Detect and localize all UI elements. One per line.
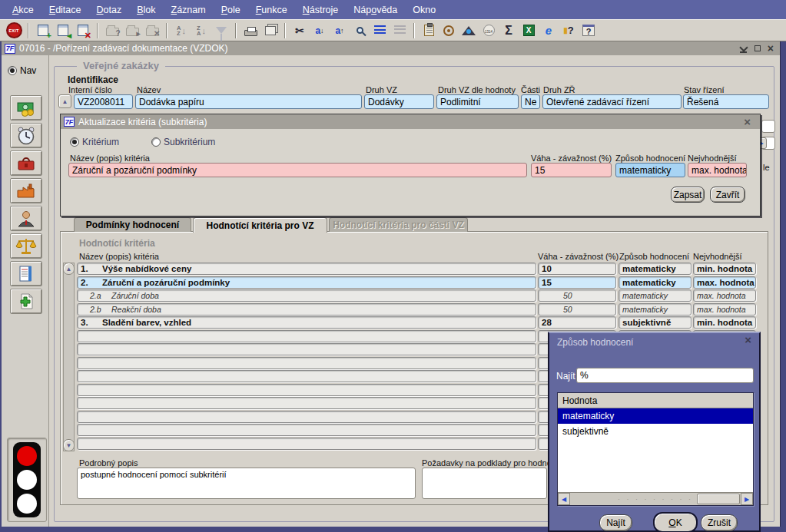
stav-rizeni-field[interactable]: Řešená [683, 94, 769, 109]
execute-query-icon[interactable]: ▸ [122, 21, 142, 40]
list-of-values-icon[interactable] [370, 21, 390, 40]
prism-view-icon[interactable] [459, 21, 479, 40]
clipboard-report-icon[interactable] [419, 21, 439, 40]
menu-okno[interactable]: Okno [405, 2, 443, 18]
find-icon[interactable] [350, 21, 370, 40]
scrollbar-thumb[interactable] [697, 494, 740, 504]
lov-item-subjektivne[interactable]: subjektivně [558, 424, 753, 439]
empty-cell[interactable] [77, 438, 536, 450]
lov-najit-button[interactable]: Najít [599, 514, 632, 531]
row-weight[interactable]: 28 [538, 316, 616, 329]
sidebar-evaluation-button[interactable] [10, 233, 42, 259]
lov-close-icon[interactable]: × [745, 335, 751, 345]
criteria-row[interactable]: 1.Výše nabídkové ceny 10 matematicky min… [77, 263, 758, 275]
menu-nastroje[interactable]: Nástroje [295, 2, 347, 18]
menu-dotaz[interactable]: Dotaz [89, 2, 130, 18]
criteria-row[interactable]: 3.Sladění barev, vzhled 28 subjektivně m… [77, 316, 758, 329]
empty-cell[interactable] [77, 397, 536, 409]
help-topics-icon[interactable]: ▮? [559, 21, 579, 40]
nav-radio[interactable]: Nav [8, 65, 36, 76]
sidebar-money-button[interactable] [10, 95, 42, 121]
row-best[interactable]: max. hodnota [693, 289, 756, 302]
row-best[interactable]: min. hodnota [693, 263, 756, 275]
empty-cell[interactable] [77, 330, 536, 342]
record-up-button[interactable]: ▲ [58, 94, 71, 108]
lov-ok-button[interactable]: OK [668, 517, 682, 528]
empty-cell[interactable] [77, 343, 536, 355]
row-method[interactable]: matematicky [619, 303, 691, 316]
paste-field-icon[interactable]: a↑ [330, 21, 350, 40]
empty-cell[interactable] [77, 370, 536, 382]
menu-akce[interactable]: Akce [5, 2, 41, 18]
sort-descending-icon[interactable]: ZA↓ [191, 21, 211, 40]
calculator-icon[interactable]: 1314 [479, 21, 499, 40]
lov-ok-button-frame[interactable]: OK [653, 512, 698, 532]
interni-cislo-field[interactable]: VZ2008011 [74, 94, 133, 109]
row-weight[interactable]: 50 [538, 289, 616, 302]
nazev-field[interactable]: Dodávka papíru [135, 94, 362, 109]
menu-blok[interactable]: Blok [129, 2, 163, 18]
enter-query-icon[interactable]: ? [102, 21, 122, 40]
sidebar-document-button[interactable] [10, 261, 42, 286]
help-icon[interactable]: ? [579, 21, 599, 40]
sidebar-toolbox-button[interactable] [10, 150, 42, 176]
lov-item-matematicky[interactable]: matematicky [558, 408, 753, 424]
dlg-vaha-field[interactable]: 15 [531, 163, 612, 177]
criteria-subrow[interactable]: 2.aZáruční doba 50 matematicky max. hodn… [77, 289, 758, 302]
tree-navigator-icon[interactable] [390, 21, 410, 40]
dialog-titlebar[interactable]: 7F Aktualizace kritéria (subkritéria) × [61, 114, 760, 129]
dlg-nazev-field[interactable]: Záruční a pozáruční podmínky [68, 163, 527, 177]
tab-hodnotici-kriteria-pro-vz[interactable]: Hodnotící kritéria pro VZ [193, 217, 327, 233]
sidebar-deadlines-button[interactable] [10, 123, 42, 148]
cancel-query-icon[interactable]: ✕ [142, 21, 162, 40]
empty-cell[interactable] [77, 411, 536, 423]
subkriterium-radio[interactable]: Subkritérium [151, 137, 215, 147]
menu-napoveda[interactable]: Nápověda [346, 2, 405, 18]
row-weight[interactable]: 50 [538, 303, 616, 316]
print-setup-icon[interactable] [260, 21, 280, 40]
copy-field-icon[interactable]: a↓ [310, 21, 330, 40]
table-vertical-scrollbar[interactable]: ▲ ▼ [63, 263, 75, 451]
navigation-wheel-icon[interactable] [439, 21, 459, 40]
row-best[interactable]: max. hodnota [693, 276, 756, 289]
kriterium-radio[interactable]: Kritérium [70, 137, 119, 147]
row-weight[interactable]: 15 [538, 276, 616, 289]
row-method[interactable]: subjektivně [619, 316, 691, 329]
excel-export-icon[interactable]: X [519, 21, 539, 40]
cut-icon[interactable]: ✂ [290, 21, 310, 40]
row-method[interactable]: matematicky [619, 263, 691, 275]
lov-zrusit-button[interactable]: Zrušit [701, 514, 738, 531]
druh-vz-dle-hodnoty-field[interactable]: Podlimitní [436, 94, 519, 109]
scroll-down-button[interactable]: ▼ [63, 439, 75, 451]
exit-button[interactable]: EXIT [4, 21, 24, 40]
row-best[interactable]: max. hodnota [693, 303, 756, 316]
dlg-nejvhodnejsi-field[interactable]: max. hodnota [688, 163, 747, 177]
sidebar-add-document-button[interactable] [10, 289, 42, 314]
filter-icon[interactable] [211, 21, 231, 40]
empty-cell[interactable] [77, 384, 536, 396]
window-titlebar[interactable]: 7F 07016 - /Pořízení zadávací dokumentac… [2, 41, 780, 55]
menu-zaznam[interactable]: Záznam [164, 2, 214, 18]
zavrit-button[interactable]: Zavřít [710, 187, 745, 203]
scroll-left-button[interactable]: ◀ [558, 493, 570, 505]
summation-icon[interactable]: Σ [499, 21, 519, 40]
sidebar-organization-button[interactable] [10, 178, 42, 203]
dlg-zpusob-field[interactable]: matematicky [615, 163, 685, 177]
print-icon[interactable] [240, 21, 260, 40]
sort-ascending-icon[interactable]: AZ↓ [171, 21, 191, 40]
tab-podminky-hodnoceni[interactable]: Podmínky hodnocení [74, 217, 191, 232]
insert-record-icon[interactable]: + [33, 21, 53, 40]
menu-funkce[interactable]: Funkce [248, 2, 295, 18]
minimize-icon[interactable] [739, 45, 748, 52]
sidebar-person-button[interactable] [10, 206, 42, 231]
empty-cell[interactable] [77, 357, 536, 369]
pozadavky-textarea[interactable] [422, 468, 547, 499]
casti-field[interactable]: Ne [521, 94, 540, 109]
zapsat-button[interactable]: Zapsat [671, 187, 705, 203]
row-method[interactable]: matematicky [619, 289, 691, 302]
menu-pole[interactable]: Pole [214, 2, 248, 18]
scroll-up-button[interactable]: ▲ [63, 263, 75, 275]
row-best[interactable]: min. hodnota [693, 316, 756, 329]
scroll-right-button[interactable]: ▶ [741, 493, 753, 505]
delete-record-icon[interactable]: ✕ [73, 21, 93, 40]
